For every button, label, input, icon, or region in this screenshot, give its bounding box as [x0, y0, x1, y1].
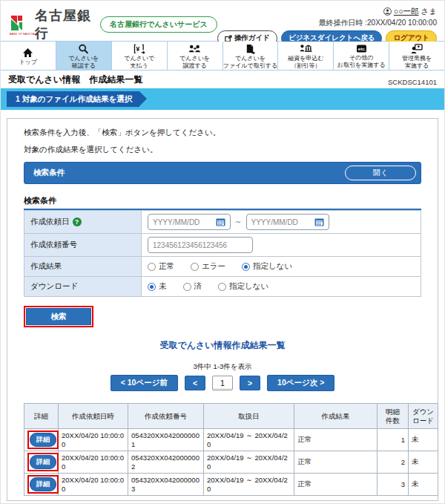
- search-button-highlight: 検索: [24, 306, 93, 327]
- page-title: 受取でんさい情報 作成結果一覧: [8, 73, 142, 86]
- nav-admin[interactable]: 管理業務を 実施する: [389, 42, 444, 70]
- next-10-pages-button[interactable]: 10ページ次 >: [267, 375, 334, 391]
- radio-download-unspecified[interactable]: 指定しない: [218, 281, 268, 292]
- radio-download-done[interactable]: 済: [183, 281, 202, 292]
- download-label: ダウンロード: [24, 277, 142, 297]
- brand: BANK OF NAGOYA 名古屋銀行 名古屋銀行でんさいサービス: [10, 7, 217, 38]
- search-condition-heading: 検索条件: [24, 195, 421, 210]
- request-number-label: 作成依頼番号: [24, 234, 142, 257]
- nav-transfer-densai[interactable]: でんさいを 譲渡する: [168, 42, 223, 70]
- service-badge: 名古屋銀行でんさいサービス: [100, 16, 217, 33]
- calendar-icon[interactable]: [314, 217, 324, 226]
- open-toggle-button[interactable]: 開く: [345, 166, 416, 180]
- detail-button-1[interactable]: 詳細: [30, 433, 56, 447]
- radio-download-not-yet[interactable]: 未: [148, 281, 167, 292]
- nav-confirm-densai[interactable]: でんさいを 確認する: [56, 42, 112, 70]
- step-bar: 1 対象のファイル作成結果を選択: [1, 88, 444, 110]
- titlebar: 受取でんさい情報 作成結果一覧 SCKDSC14101: [1, 71, 444, 88]
- etc-icon: etc.: [356, 44, 367, 53]
- col-request-no: 作成依頼番号: [128, 404, 204, 429]
- form-row-result: 作成結果 正常 エラー 指定しない: [24, 257, 421, 277]
- instructions: 検索条件を入力後、「検索」ボタンを押してください。 対象の作成結果を選択してくだ…: [24, 128, 421, 155]
- nav-loan[interactable]: 融資を申込む （割引等）: [278, 42, 334, 70]
- nav-top[interactable]: トップ: [1, 42, 56, 70]
- nav-pay-densai[interactable]: ¥ でんさいで 支払う: [112, 42, 168, 70]
- pagination-top: < 10ページ前 < 1 > 10ページ次 >: [24, 375, 421, 391]
- date-from-input[interactable]: YYYY/MM/DD: [148, 214, 231, 230]
- form-row-date: 作成依頼日 ? YYYY/MM/DD ～ YYYY/MM/DD: [24, 211, 421, 234]
- detail-button-highlight: 詳細: [27, 453, 59, 471]
- help-icon[interactable]: ?: [73, 217, 82, 226]
- bank-logo-icon: BANK OF NAGOYA: [10, 13, 29, 36]
- user-icon: [383, 7, 392, 17]
- date-range-tilde: ～: [234, 217, 243, 227]
- date-label: 作成依頼日: [30, 217, 70, 227]
- request-number-input[interactable]: 123456123456123456: [148, 237, 253, 253]
- results-title: 受取でんさい情報作成結果一覧: [24, 339, 421, 352]
- home-icon: [22, 48, 33, 58]
- search-button[interactable]: 検索: [26, 308, 91, 325]
- col-detail: 詳細: [24, 404, 59, 429]
- col-count: 明細 件数: [378, 404, 409, 429]
- col-download: ダウン ロード: [409, 404, 438, 429]
- prev-10-pages-button[interactable]: < 10ページ前: [111, 375, 178, 391]
- pagination-summary: 3件中 1-3件を表示: [24, 362, 421, 372]
- user-suffix: さま: [421, 7, 438, 17]
- main-panel: 検索条件を入力後、「検索」ボタンを押してください。 対象の作成結果を選択してくだ…: [7, 118, 438, 501]
- current-page-box[interactable]: 1: [212, 376, 233, 390]
- date-to-input[interactable]: YYYY/MM/DD: [246, 214, 329, 230]
- table-row: 詳細 20XX/04/20 10:00:00 054320XX042000000…: [24, 451, 438, 474]
- nav-file-densai[interactable]: でんさいを ファイルで取引する: [223, 42, 279, 70]
- results-table: 詳細 作成依頼日時 作成依頼番号 取扱日 作成結果 明細 件数 ダウン ロード …: [24, 403, 438, 496]
- nav-other[interactable]: etc. その他の お取引を実施する: [334, 42, 389, 70]
- search-form: 作成依頼日 ? YYYY/MM/DD ～ YYYY/MM/DD: [24, 210, 421, 297]
- step-indicator: 1 対象のファイル作成結果を選択: [7, 91, 139, 107]
- result-label: 作成結果: [24, 257, 142, 277]
- table-row: 詳細 20XX/04/20 10:00:00 054320XX042000000…: [24, 474, 438, 496]
- col-requested-at: 作成依頼日時: [59, 404, 128, 429]
- global-nav: トップ でんさいを 確認する ¥ でんさいで 支払う でんさいを 譲渡する でん…: [1, 41, 444, 71]
- col-handle-date: 取扱日: [204, 404, 294, 429]
- svg-text:etc.: etc.: [358, 47, 366, 51]
- bank-name: 名古屋銀行: [35, 7, 94, 42]
- svg-text:¥: ¥: [136, 45, 140, 52]
- detail-button-2[interactable]: 詳細: [30, 455, 56, 469]
- file-transfer-icon: [245, 44, 255, 54]
- prev-page-button[interactable]: <: [185, 376, 205, 390]
- user-name-link[interactable]: ○○一郎: [394, 7, 419, 17]
- radio-result-error[interactable]: エラー: [191, 261, 225, 272]
- admin-icon: [411, 44, 423, 54]
- results-header-row: 詳細 作成依頼日時 作成依頼番号 取扱日 作成結果 明細 件数 ダウン ロード: [24, 404, 438, 429]
- screen-id: SCKDSC14101: [388, 78, 437, 86]
- top-header: BANK OF NAGOYA 名古屋銀行 名古屋銀行でんさいサービス ○○一郎 …: [1, 1, 444, 41]
- calendar-icon[interactable]: [216, 217, 225, 226]
- transfer-people-icon: [188, 44, 201, 54]
- search-condition-bar: 検索条件 開く: [24, 162, 421, 184]
- form-row-download: ダウンロード 未 済 指定しない: [24, 277, 421, 297]
- instruction-line-2: 対象の作成結果を選択してください。: [24, 145, 421, 155]
- next-page-button[interactable]: >: [240, 376, 260, 390]
- detail-button-3[interactable]: 詳細: [30, 477, 56, 491]
- last-operation-time: 最終操作日時 :20XX/04/20 10:00:00: [217, 18, 437, 28]
- loan-bank-icon: [300, 44, 312, 54]
- page: BANK OF NAGOYA 名古屋銀行 名古屋銀行でんさいサービス ○○一郎 …: [0, 0, 445, 504]
- detail-button-highlight: 詳細: [27, 475, 59, 494]
- table-row: 詳細 20XX/04/20 10:00:00 054320XX042000000…: [24, 429, 438, 451]
- radio-result-normal[interactable]: 正常: [148, 261, 174, 272]
- col-result: 作成結果: [294, 404, 378, 429]
- top-right: ○○一郎 さま 最終操作日時 :20XX/04/20 10:00:00 操作ガイ…: [217, 7, 437, 38]
- radio-result-unspecified[interactable]: 指定しない: [242, 261, 292, 272]
- external-link-icon: [225, 35, 232, 42]
- search-condition-bar-label: 検索条件: [33, 168, 65, 178]
- bank-sub-label: BANK OF NAGOYA: [10, 33, 29, 36]
- instruction-line-1: 検索条件を入力後、「検索」ボタンを押してください。: [24, 128, 421, 138]
- form-row-number: 作成依頼番号 123456123456123456: [24, 234, 421, 257]
- yen-pay-icon: ¥: [134, 44, 145, 54]
- detail-button-highlight: 詳細: [27, 431, 59, 449]
- search-icon: [78, 44, 89, 54]
